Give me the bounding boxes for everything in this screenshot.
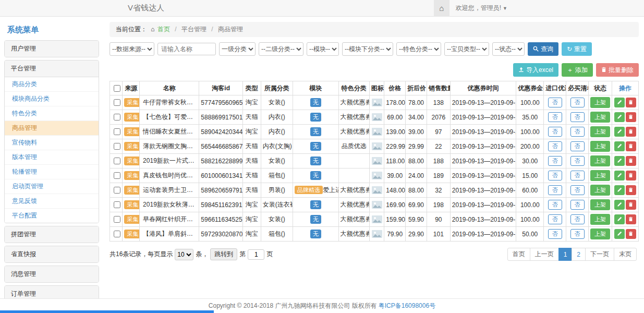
status-select[interactable]: --状态-- (492, 42, 525, 56)
level2-category-select[interactable]: --二级分类-- (259, 42, 303, 56)
edit-button[interactable] (614, 141, 625, 151)
import-select-toggle[interactable]: 否 (548, 214, 562, 224)
must-buy-toggle[interactable]: 否 (570, 214, 585, 224)
must-buy-toggle[interactable]: 否 (570, 200, 585, 210)
status-button[interactable]: 上架 (590, 97, 610, 108)
sidebar-section-header[interactable]: 省直快报 (5, 246, 99, 262)
delete-button[interactable] (626, 171, 636, 180)
sidebar-item[interactable]: 版本管理 (5, 150, 99, 165)
row-checkbox[interactable] (114, 216, 120, 223)
sidebar-item[interactable]: 宣传物料 (5, 136, 99, 150)
status-button[interactable]: 上架 (590, 199, 610, 210)
row-checkbox[interactable] (114, 158, 120, 164)
status-button[interactable]: 上架 (590, 228, 610, 239)
sidebar-item[interactable]: 商品管理 (5, 121, 99, 136)
page-button[interactable]: 1 (558, 248, 573, 261)
status-button[interactable]: 上架 (590, 214, 610, 225)
data-source-select[interactable]: --数据来源-- (110, 42, 154, 56)
must-buy-toggle[interactable]: 否 (570, 98, 585, 107)
featured-category-select[interactable]: --特色分类-- (396, 42, 441, 56)
delete-button[interactable] (626, 127, 636, 137)
status-button[interactable]: 上架 (590, 185, 610, 196)
delete-button[interactable] (626, 156, 636, 166)
status-button[interactable]: 上架 (590, 112, 610, 123)
breadcrumb-home-link[interactable]: 首页 (157, 26, 170, 33)
row-checkbox[interactable] (114, 143, 120, 150)
row-checkbox[interactable] (114, 99, 120, 106)
page-button[interactable]: 末页 (614, 248, 637, 261)
import-excel-button[interactable]: 导入excel (513, 63, 558, 77)
import-select-toggle[interactable]: 否 (548, 98, 562, 107)
sidebar-item[interactable]: 轮播管理 (5, 165, 99, 179)
import-select-toggle[interactable]: 否 (548, 127, 562, 137)
sidebar-section-header[interactable]: 平台管理 (5, 61, 99, 77)
edit-button[interactable] (614, 112, 625, 122)
edit-button[interactable] (614, 98, 625, 107)
sidebar-item[interactable]: 意见反馈 (5, 194, 99, 209)
row-checkbox[interactable] (114, 231, 120, 237)
jump-button[interactable]: 跳转到 (210, 248, 237, 260)
delete-button[interactable] (626, 185, 636, 195)
import-select-toggle[interactable]: 否 (548, 156, 562, 166)
sidebar-section-header[interactable]: 拼团管理 (5, 226, 99, 243)
import-select-toggle[interactable]: 否 (548, 229, 562, 239)
import-select-toggle[interactable]: 否 (548, 171, 562, 180)
edit-button[interactable] (614, 185, 625, 195)
sidebar-item[interactable]: 平台配置 (5, 209, 99, 223)
row-checkbox[interactable] (114, 187, 120, 194)
status-button[interactable]: 上架 (590, 170, 610, 181)
query-button[interactable]: 查询 (528, 42, 558, 56)
page-button[interactable]: 2 (572, 248, 586, 261)
must-buy-toggle[interactable]: 否 (570, 112, 585, 122)
must-buy-toggle[interactable]: 否 (570, 185, 585, 195)
page-button[interactable]: 上一页 (530, 248, 559, 261)
sidebar-section-header[interactable]: 用户管理 (5, 41, 99, 57)
sidebar-item[interactable]: 模块商品分类 (5, 92, 99, 106)
row-checkbox[interactable] (114, 114, 120, 121)
edit-button[interactable] (614, 171, 625, 180)
icp-link[interactable]: 粤ICP备16098006号 (379, 302, 435, 310)
page-button[interactable]: 下一页 (585, 248, 614, 261)
status-button[interactable]: 上架 (590, 141, 610, 152)
item-type-select[interactable]: --宝贝类型-- (444, 42, 489, 56)
edit-button[interactable] (614, 229, 625, 239)
page-button[interactable]: 首页 (507, 248, 530, 261)
edit-button[interactable] (614, 156, 625, 166)
delete-button[interactable] (626, 200, 636, 210)
must-buy-toggle[interactable]: 否 (570, 171, 585, 180)
user-menu[interactable]: 欢迎您，管理员!▼ (449, 4, 514, 13)
must-buy-toggle[interactable]: 否 (570, 229, 585, 239)
page-number-input[interactable] (248, 249, 264, 260)
import-select-toggle[interactable]: 否 (548, 112, 562, 122)
batch-delete-button[interactable]: 批量删除 (596, 63, 639, 77)
edit-button[interactable] (614, 200, 625, 210)
per-page-select[interactable]: 10 (175, 249, 193, 260)
select-all-checkbox[interactable] (114, 85, 120, 92)
must-buy-toggle[interactable]: 否 (570, 127, 585, 137)
import-select-toggle[interactable]: 否 (548, 185, 562, 195)
delete-button[interactable] (626, 229, 636, 239)
row-checkbox[interactable] (114, 172, 120, 179)
row-checkbox[interactable] (114, 201, 120, 208)
sidebar-item[interactable]: 商品分类 (5, 77, 99, 92)
row-checkbox[interactable] (114, 128, 120, 135)
import-select-toggle[interactable]: 否 (548, 141, 562, 151)
sidebar-item[interactable]: 特色分类 (5, 106, 99, 121)
name-search-input[interactable] (157, 43, 216, 55)
edit-button[interactable] (614, 127, 625, 137)
sidebar-section-header[interactable]: 消息管理 (5, 266, 99, 282)
add-button[interactable]: ＋ 添加 (562, 63, 593, 77)
status-button[interactable]: 上架 (590, 155, 610, 166)
delete-button[interactable] (626, 112, 636, 122)
must-buy-toggle[interactable]: 否 (570, 141, 585, 151)
status-button[interactable]: 上架 (590, 126, 610, 137)
level1-category-select[interactable]: 一级分类 (219, 42, 256, 56)
reset-button[interactable]: ↻ 重置 (562, 42, 592, 56)
edit-button[interactable] (614, 214, 625, 224)
delete-button[interactable] (626, 214, 636, 224)
sidebar-item[interactable]: 启动页管理 (5, 179, 99, 194)
must-buy-toggle[interactable]: 否 (570, 156, 585, 166)
import-select-toggle[interactable]: 否 (548, 200, 562, 210)
home-button[interactable]: ⌂ (434, 0, 449, 17)
delete-button[interactable] (626, 141, 636, 151)
